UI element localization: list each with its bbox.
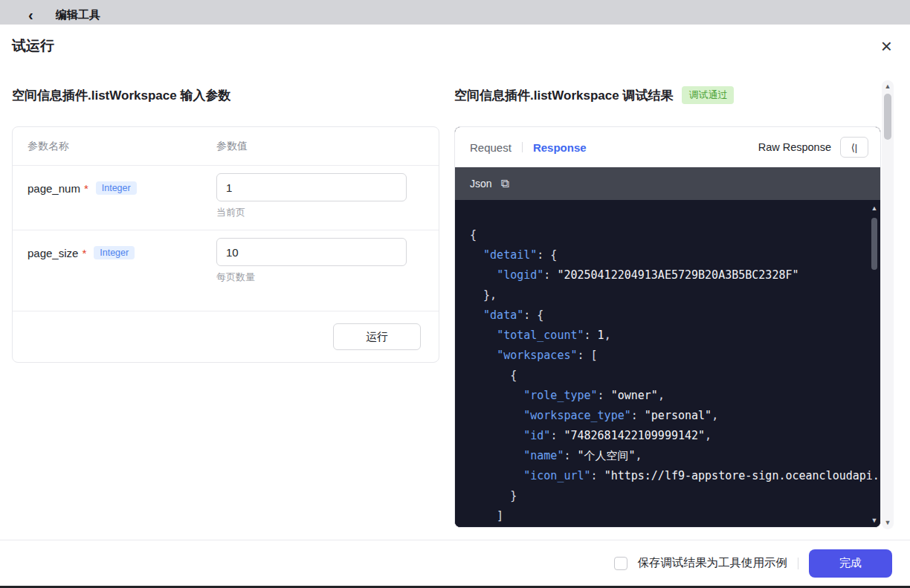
- code-scrollbar[interactable]: ▲ ▼: [868, 200, 880, 528]
- debug-result-title: 空间信息插件.listWorkspace 调试结果: [454, 87, 673, 104]
- modal-scrollbar-track[interactable]: [884, 91, 891, 519]
- tab-request[interactable]: Request: [470, 141, 512, 154]
- scroll-down-icon[interactable]: ▼: [871, 517, 878, 524]
- page-title: 编辑工具: [56, 9, 100, 21]
- tab-divider: [522, 142, 523, 152]
- run-button[interactable]: 运行: [333, 323, 421, 350]
- table-row: page_num * Integer 当前页: [13, 166, 439, 230]
- param-value-cell: 每页数量: [216, 238, 439, 284]
- modal-header: 试运行 ×: [0, 25, 910, 68]
- collapse-panel-button[interactable]: ⟨|: [840, 137, 868, 158]
- json-viewer[interactable]: { "detail": { "logid": "20250412204913AE…: [455, 200, 880, 528]
- scroll-up-icon[interactable]: ▲: [871, 204, 878, 212]
- page-num-input[interactable]: [216, 173, 407, 201]
- copy-icon[interactable]: ⧉: [501, 177, 509, 190]
- modal-footer: 保存调试结果为工具使用示例 完成: [0, 540, 910, 586]
- type-badge: Integer: [94, 246, 135, 259]
- param-table-footer: 运行: [13, 311, 439, 362]
- status-badge: 调试通过: [682, 86, 734, 104]
- required-asterisk: *: [84, 182, 88, 195]
- param-table: 参数名称 参数值 page_num * Integer 当前页 page_siz…: [12, 126, 439, 363]
- collapse-icon: ⟨|: [851, 142, 857, 153]
- page-size-input[interactable]: [216, 238, 407, 266]
- save-example-checkbox[interactable]: [614, 557, 627, 570]
- scroll-down-icon[interactable]: ▼: [885, 519, 891, 527]
- param-name: page_size: [28, 247, 78, 259]
- modal-scrollbar[interactable]: ▲ ▼: [882, 80, 894, 529]
- tab-response[interactable]: Response: [533, 141, 587, 154]
- param-hint: 当前页: [216, 206, 439, 219]
- code-scrollbar-track[interactable]: [871, 212, 877, 517]
- code-scrollbar-thumb[interactable]: [871, 218, 877, 270]
- trial-run-modal: 试运行 × 空间信息插件.listWorkspace 输入参数 空间信息插件.l…: [0, 25, 910, 586]
- format-label: Json: [470, 178, 492, 190]
- param-table-header: 参数名称 参数值: [13, 127, 439, 166]
- table-row: page_size * Integer 每页数量: [13, 230, 439, 311]
- input-params-title: 空间信息插件.listWorkspace 输入参数: [12, 87, 230, 104]
- save-example-label: 保存调试结果为工具使用示例: [638, 555, 788, 571]
- param-value-cell: 当前页: [216, 173, 439, 219]
- raw-response-label: Raw Response: [758, 141, 831, 153]
- modal-scrollbar-thumb[interactable]: [884, 94, 891, 140]
- input-params-title-row: 空间信息插件.listWorkspace 输入参数: [12, 84, 439, 106]
- scroll-up-icon[interactable]: ▲: [885, 83, 891, 91]
- column-header-name: 参数名称: [13, 140, 216, 153]
- back-icon[interactable]: ‹: [28, 9, 33, 21]
- debug-result-panel: Request Response Raw Response ⟨| Json ⧉ …: [454, 126, 881, 528]
- column-header-value: 参数值: [216, 140, 439, 153]
- code-header-bar: Json ⧉: [455, 167, 880, 200]
- result-tabs-row: Request Response Raw Response ⟨|: [455, 127, 880, 167]
- json-code: { "detail": { "logid": "20250412204913AE…: [455, 200, 880, 526]
- type-badge: Integer: [96, 181, 137, 195]
- modal-title: 试运行: [12, 36, 54, 56]
- done-button[interactable]: 完成: [809, 549, 892, 578]
- result-title-row: 空间信息插件.listWorkspace 调试结果 调试通过: [454, 84, 881, 106]
- topbar: ‹ 编辑工具: [0, 0, 910, 25]
- footer-divider: [798, 558, 798, 569]
- param-name-cell: page_size * Integer: [13, 238, 216, 284]
- param-name: page_num: [28, 182, 80, 195]
- close-icon[interactable]: ×: [881, 36, 892, 56]
- param-hint: 每页数量: [216, 271, 439, 284]
- required-asterisk: *: [82, 247, 86, 259]
- param-name-cell: page_num * Integer: [13, 173, 216, 219]
